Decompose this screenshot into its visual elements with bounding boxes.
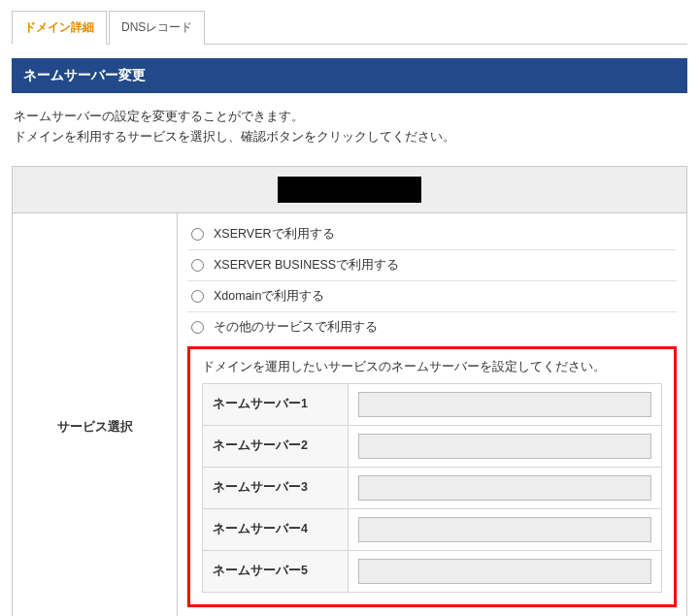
nameserver-1-label: ネームサーバー1 <box>203 384 349 425</box>
domain-name-masked <box>278 177 421 203</box>
nameserver-row-2: ネームサーバー2 <box>203 426 661 468</box>
nameserver-2-label: ネームサーバー2 <box>203 426 349 467</box>
nameserver-2-input[interactable] <box>358 434 651 459</box>
nameserver-5-input[interactable] <box>358 559 651 584</box>
option-xserver-business[interactable]: XSERVER BUSINESSで利用する <box>187 250 677 281</box>
option-xserver[interactable]: XSERVERで利用する <box>187 219 677 250</box>
nameserver-4-input[interactable] <box>358 517 651 542</box>
settings-panel: サービス選択 XSERVERで利用する XSERVER BUSINESSで利用す… <box>12 166 687 617</box>
nameserver-row-5: ネームサーバー5 <box>203 551 661 592</box>
tab-dns-records[interactable]: DNSレコード <box>109 11 205 45</box>
radio-xdomain[interactable] <box>191 290 204 303</box>
tabs: ドメイン詳細 DNSレコード <box>12 10 687 45</box>
service-select-label: サービス選択 <box>13 213 178 617</box>
nameserver-row-1: ネームサーバー1 <box>203 384 661 426</box>
option-xserver-label: XSERVERで利用する <box>214 226 335 243</box>
nameserver-3-input[interactable] <box>358 475 651 501</box>
intro-line-1: ネームサーバーの設定を変更することができます。 <box>14 107 685 127</box>
option-xdomain-label: Xdomainで利用する <box>214 288 324 305</box>
options-column: XSERVERで利用する XSERVER BUSINESSで利用する Xdoma… <box>178 213 686 617</box>
panel-body: サービス選択 XSERVERで利用する XSERVER BUSINESSで利用す… <box>13 213 686 617</box>
nameserver-5-label: ネームサーバー5 <box>203 551 349 592</box>
option-xdomain[interactable]: Xdomainで利用する <box>187 281 677 312</box>
option-xserver-business-label: XSERVER BUSINESSで利用する <box>214 257 399 274</box>
radio-xserver-business[interactable] <box>191 259 204 272</box>
tab-domain-detail[interactable]: ドメイン詳細 <box>12 11 107 45</box>
nameserver-row-3: ネームサーバー3 <box>203 468 661 509</box>
radio-xserver[interactable] <box>191 228 204 241</box>
option-other[interactable]: その他のサービスで利用する <box>187 312 677 342</box>
nameserver-1-input[interactable] <box>358 392 651 417</box>
domain-header <box>13 167 686 213</box>
option-other-label: その他のサービスで利用する <box>214 319 378 336</box>
radio-other[interactable] <box>191 321 204 334</box>
intro-text: ネームサーバーの設定を変更することができます。 ドメインを利用するサービスを選択… <box>14 107 685 148</box>
nameserver-4-label: ネームサーバー4 <box>203 509 349 550</box>
nameserver-box-heading: ドメインを運用したいサービスのネームサーバーを設定してください。 <box>202 359 662 375</box>
nameserver-row-4: ネームサーバー4 <box>203 509 661 551</box>
section-title: ネームサーバー変更 <box>12 58 687 93</box>
nameserver-3-label: ネームサーバー3 <box>203 468 349 508</box>
intro-line-2: ドメインを利用するサービスを選択し、確認ボタンをクリックしてください。 <box>14 127 685 147</box>
nameserver-custom-box: ドメインを運用したいサービスのネームサーバーを設定してください。 ネームサーバー… <box>187 346 677 607</box>
nameserver-fields: ネームサーバー1 ネームサーバー2 ネームサーバー3 ネームサーバー4 <box>202 383 662 593</box>
